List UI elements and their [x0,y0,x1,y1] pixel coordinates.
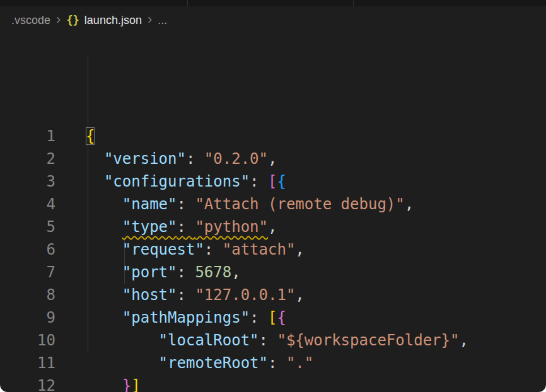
token-str: "${workspaceFolder}" [277,331,459,349]
line-number[interactable]: 2 [0,147,55,170]
code-line[interactable]: 7 "port": 5678, [0,261,546,284]
token-key: "request" [122,241,204,258]
token-key: "configurations" [104,173,250,190]
code-line-content: "port": 5678, [86,261,241,284]
code-line[interactable]: 8 "host": "127.0.0.1", [0,284,546,306]
token-punct: , [459,331,468,349]
token-num: 5678 [195,263,231,281]
code-editor[interactable]: 1{2 "version": "0.2.0",3 "configurations… [0,34,546,392]
token-key: "name" [122,195,177,213]
code-line-content: "type": "python", [86,216,277,238]
code-line[interactable]: 6 "request": "attach", [0,238,546,261]
line-number[interactable]: 5 [0,216,55,238]
token-key: "remoteRoot" [159,354,268,372]
token-punct: , [295,241,304,258]
token-str: "attach" [223,241,296,258]
token-punct: : [177,218,195,236]
token-str: "Attach (remote debug)" [195,195,404,213]
code-line-content: "host": "127.0.0.1", [86,284,305,306]
token-b1: ] [131,377,140,392]
token-b2: { [277,309,286,326]
line-number[interactable]: 6 [0,238,55,261]
token-b2: } [122,377,131,392]
code-line[interactable]: 3 "configurations": [{ [0,170,546,193]
token-punct: , [268,218,277,236]
token-b3: { [277,173,286,190]
token-str: "0.2.0" [204,150,268,168]
token-punct: : [259,331,277,349]
token-b1: [ [268,309,277,326]
token-key: "pathMappings" [122,309,250,326]
token-sp [86,218,122,236]
breadcrumb-symbol-more[interactable]: ... [158,14,167,27]
line-number[interactable]: 1 [0,125,55,147]
token-str: "python" [195,218,268,236]
token-key: "version" [104,150,186,168]
code-line[interactable]: 1{ [0,125,546,147]
code-line-content: "localRoot": "${workspaceFolder}", [86,329,468,352]
token-key: "type" [122,218,177,236]
token-sp [86,354,159,372]
token-punct: : [204,241,223,258]
token-str: "127.0.0.1" [195,286,295,304]
line-number[interactable]: 10 [0,329,55,352]
line-number[interactable]: 4 [0,193,55,216]
token-sp [86,331,159,349]
token-sp [86,286,122,304]
token-punct: : [177,195,195,213]
code-line-content: "remoteRoot": "." [86,352,313,374]
code-line-content: "pathMappings": [{ [86,306,286,329]
json-braces-icon: {} [66,14,79,26]
token-key: "host" [122,286,177,304]
line-number[interactable]: 8 [0,284,55,306]
chevron-right-icon: › [56,13,61,26]
code-line[interactable]: 9 "pathMappings": [{ [0,306,546,329]
breadcrumb-folder[interactable]: .vscode [11,14,50,27]
token-punct: , [405,195,414,213]
token-sp [86,173,104,190]
code-line[interactable]: 5 "type": "python", [0,216,546,238]
token-punct: : [250,309,268,326]
token-punct: , [231,263,240,281]
line-number[interactable]: 9 [0,306,55,329]
token-sp [86,241,122,258]
token-sp [86,309,122,326]
token-punct: : [250,173,268,190]
code-line-content: "name": "Attach (remote debug)", [86,193,414,216]
code-line[interactable]: 11 "remoteRoot": "." [0,352,546,374]
line-number[interactable]: 7 [0,261,55,284]
code-line-content: "version": "0.2.0", [86,147,277,170]
line-number[interactable]: 3 [0,170,55,193]
token-punct: : [177,286,195,304]
code-line[interactable]: 2 "version": "0.2.0", [0,147,546,170]
chevron-right-icon: › [148,13,152,26]
line-number[interactable]: 11 [0,352,55,374]
breadcrumb-file[interactable]: launch.json [84,14,142,27]
code-line-content: }] [86,374,141,392]
token-b2: [ [268,173,277,190]
token-sp [86,150,104,168]
token-punct: , [268,150,277,168]
token-key: "port" [122,263,177,281]
code-line-content: "configurations": [{ [86,170,286,193]
code-line[interactable]: 4 "name": "Attach (remote debug)", [0,193,546,216]
code-line[interactable]: 10 "localRoot": "${workspaceFolder}", [0,329,546,352]
token-punct: , [295,286,304,304]
token-punct: : [177,263,195,281]
token-punct: : [186,150,204,168]
breadcrumb: .vscode › {} launch.json › ... [0,6,546,34]
line-number[interactable]: 12 [0,374,55,392]
code-line-content: { [86,125,95,147]
code-line-content: "request": "attach", [86,238,305,261]
token-key: "localRoot" [159,331,259,349]
tab-separator [353,0,354,6]
tab-separator [187,0,188,6]
vscode-editor-window: .vscode › {} launch.json › ... 1{2 "vers… [0,0,546,392]
code-lines: 1{2 "version": "0.2.0",3 "configurations… [0,125,546,392]
token-sp [86,195,122,213]
tab-bar [0,0,546,6]
token-b1: { [86,127,95,145]
code-line[interactable]: 12 }] [0,374,546,392]
token-punct: : [268,354,286,372]
token-sp [86,377,122,392]
